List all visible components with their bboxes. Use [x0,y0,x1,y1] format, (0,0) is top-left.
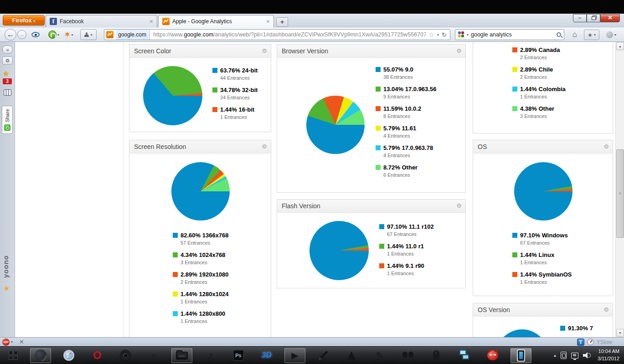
3d-icon: 3D [262,351,272,360]
taskbar-item-chrome[interactable] [111,347,139,364]
yslow-gauge-icon[interactable] [587,338,594,345]
bookmark-star-icon[interactable]: ☆ [429,31,435,38]
url-text[interactable]: https://www.google.com/analytics/web/?pl… [150,31,425,38]
sidebar-expand-button[interactable]: » [2,46,13,54]
taskbar-item-paint[interactable] [309,347,337,364]
panel-header[interactable]: Browser Version ⚙ [277,45,465,58]
legend-label: 97.10% 11.1 r102 [387,223,434,230]
share-button[interactable]: Share [2,106,13,134]
restore-button[interactable] [587,14,600,22]
legend-swatch [379,224,384,229]
panel-header[interactable]: Screen Resolution ⚙ [129,140,271,154]
legend-item: 55.07% 9.0 38 Entrances [376,66,436,80]
panel-title: Screen Resolution [134,143,186,150]
legend-swatch [512,67,517,72]
screen: Firefox ▾ f Facebook × Apple - Google An… [0,0,624,364]
taskbar-item-mouse[interactable] [422,347,450,364]
gear-icon[interactable]: ⚙ [603,303,609,316]
scroll-up-button[interactable]: ▲ [616,42,624,50]
columns-icon[interactable] [4,89,11,96]
music-note-icon: ♪ [207,350,213,361]
taskbar-item-photoshop[interactable]: Ps [224,347,253,364]
search-icon[interactable] [557,32,561,37]
tab-close-icon[interactable]: × [150,18,153,25]
new-tab-button[interactable]: + [276,17,288,27]
gear-icon[interactable]: ⚙ [262,140,267,153]
legend-item: 4.38% Other 3 Entrances [512,105,566,119]
start-button[interactable] [0,347,26,364]
addon-misc-button[interactable]: ▾ [603,30,620,40]
taskbar-item-explorer[interactable] [168,347,196,364]
tab-google-analytics[interactable]: Apple - Google Analytics × [158,15,274,27]
taskbar-item-firefox[interactable] [26,347,55,364]
gear-icon[interactable]: ⚙ [262,45,267,57]
mouse-icon [433,350,439,360]
green-addon-button[interactable]: ▾ [47,30,61,40]
firefox-menu-button[interactable]: Firefox ▾ [3,15,45,26]
search-input[interactable]: google analytics [471,31,554,38]
panel-screen-resolution: Screen Resolution ⚙ 82.60% 1366x768 57 E… [129,140,271,337]
t-addon-icon[interactable]: T [577,338,584,346]
reload-icon[interactable]: ↻ [442,31,447,38]
taskbar-clock[interactable]: 10:04 AM 3/11/2012 [596,348,619,363]
sidebar-tools-button[interactable]: ⚙ [2,56,13,65]
taskbar-item-phone[interactable] [507,347,535,364]
eye-addon-button[interactable] [30,30,41,40]
safari-icon [63,350,74,361]
tab-close-icon[interactable]: × [266,18,270,25]
network-status-icon[interactable] [571,353,578,359]
orange-addon-button[interactable]: ✶▾ [63,30,74,40]
legend-item: 1.44% 1280x800 1 Entrances [173,310,229,324]
legend-entrances: 1 Entrances [220,114,254,120]
gear-icon[interactable]: ⚙ [456,45,462,57]
tray-expand-icon[interactable]: ▴ [554,353,556,358]
panel-header[interactable]: Flash Version ⚙ [277,200,465,213]
caret-down-icon[interactable]: ▾ [437,33,439,37]
taskbar-item-devil[interactable] [479,347,507,364]
bookmarks-button[interactable]: ★▾ [584,30,599,40]
vertical-scrollbar[interactable]: ▲ ≡ ▼ [615,42,624,337]
volume-icon[interactable] [583,352,591,359]
forward-button[interactable]: → [17,30,26,39]
legend-item: 82.60% 1366x768 57 Entrances [173,232,229,246]
caret-down-icon[interactable]: ▾ [467,33,469,37]
home-button[interactable]: ⌂ [569,29,581,40]
back-button[interactable]: ← [5,29,16,41]
sidebar-star-icon[interactable]: ★ [3,69,9,78]
minimize-button[interactable]: – [573,14,587,22]
taskbar-item-editor[interactable]: ✎ [366,347,394,364]
legend-item: 2.89% Canada 2 Entrances [512,46,566,60]
taskbar-item-binoculars[interactable] [394,347,422,364]
gear-icon[interactable]: ⚙ [603,140,609,153]
taskbar-item-music[interactable]: ♪ [196,347,224,364]
scroll-down-button[interactable]: ▼ [616,329,624,337]
yslow-label[interactable]: YSlow [597,339,612,345]
legend-label: 11.59% 10.0.2 [383,105,421,112]
legend-item: 2.89% Chile 2 Entrances [512,66,566,80]
taskbar-item-cone[interactable] [337,347,366,364]
taskbar-item-ie[interactable]: e [139,347,168,364]
search-box[interactable]: ▾ google analytics [455,29,564,40]
tab-facebook[interactable]: f Facebook × [46,15,157,27]
site-identity-chip[interactable]: google.com [116,30,150,40]
tab-title: Apple - Google Analytics [172,18,263,25]
power-plug-icon[interactable] [561,352,567,359]
legend-swatch [376,87,381,92]
taskbar-item-mediaplayer[interactable]: ▶ [281,347,309,364]
taskbar-item-opera[interactable]: O [83,347,111,364]
adblock-icon[interactable]: ABP [2,338,10,346]
panel-header[interactable]: OS Version ⚙ [473,303,613,317]
url-bar[interactable]: google.com https://www.google.com/analyt… [104,29,450,40]
taskbar-item-network[interactable] [450,347,479,364]
panel-header[interactable]: OS ⚙ [473,140,613,154]
caret-down-icon[interactable]: ▾ [11,340,13,344]
close-button[interactable]: ✕ [600,14,620,22]
taskbar-item-safari[interactable] [55,347,83,364]
panel-header[interactable]: Screen Color ⚙ [129,45,271,58]
yoono-sidebar: » ⚙ ★ 3 Share yoono ★ [0,42,15,337]
addon-bar-close-icon[interactable]: ✕ [19,339,24,345]
profile-dropdown-button[interactable]: ▾ [80,29,97,40]
taskbar-item-3d[interactable]: 3D [253,347,281,364]
scrollbar-thumb[interactable]: ≡ [616,149,624,238]
gear-icon[interactable]: ⚙ [456,200,462,212]
